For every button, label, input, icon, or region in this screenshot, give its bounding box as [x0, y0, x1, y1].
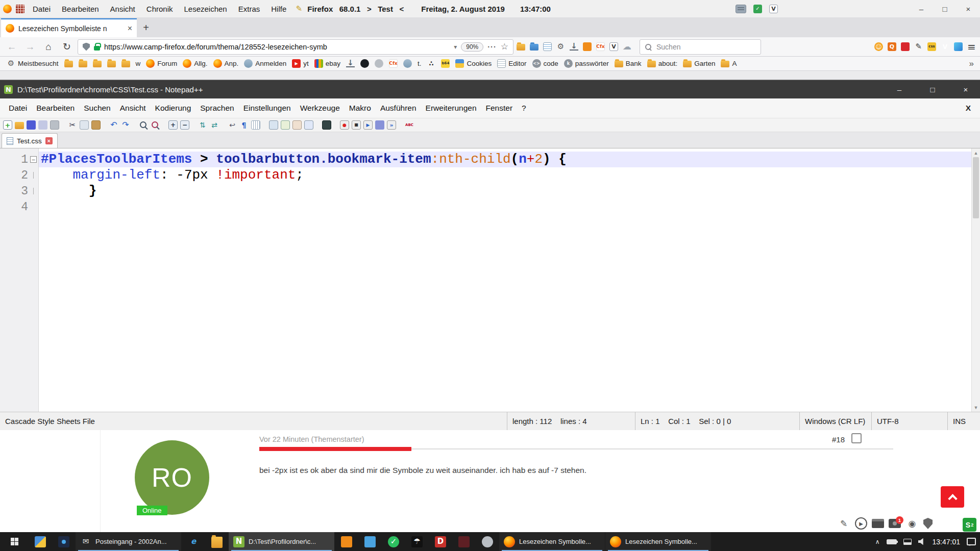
tab-close-icon[interactable]: ×	[128, 24, 132, 33]
code-line[interactable]	[39, 199, 980, 215]
bookmark-item[interactable]: Cookies	[453, 58, 494, 69]
taskbar-clock[interactable]: 13:47:01	[933, 538, 961, 546]
taskbar-maroon-app-icon[interactable]	[452, 532, 476, 551]
npp-menu-item-suchen[interactable]: Suchen	[79, 102, 115, 115]
indent-guide-icon[interactable]	[251, 120, 260, 130]
post-checkbox[interactable]	[851, 433, 862, 443]
function-list-icon[interactable]	[292, 120, 302, 130]
new-file-icon[interactable]: +	[3, 120, 12, 130]
menubar-item-lesezeichen[interactable]: Lesezeichen	[180, 4, 231, 14]
back-button[interactable]: ←	[4, 39, 19, 55]
code-line[interactable]: margin-left: -7px !important;	[39, 167, 980, 183]
word-wrap-icon[interactable]: ↩	[228, 120, 237, 130]
taskbar-umbrella-icon[interactable]: ☂	[405, 532, 429, 551]
editor-vertical-scrollbar[interactable]: ▲ ▼	[971, 148, 980, 412]
taskbar-task[interactable]: Lesezeichen Symbolle...	[605, 532, 711, 551]
redo-icon[interactable]: ↷	[121, 120, 130, 130]
fold-marker-icon[interactable]: –	[30, 156, 37, 163]
bookmark-item[interactable]	[76, 59, 90, 68]
firefox-icon[interactable]	[3, 5, 12, 13]
editor-area[interactable]: 1–234 #PlacesToolbarItems > toolbarbutto…	[0, 148, 980, 412]
statusbar-eol[interactable]: Windows (CR LF)	[799, 412, 871, 430]
new-tab-button[interactable]: +	[137, 18, 155, 37]
bookmark-item[interactable]: ⚙Meistbesucht	[4, 58, 61, 69]
bookmark-item[interactable]: <>code	[530, 58, 561, 69]
shield-overlay-icon[interactable]	[923, 518, 933, 529]
sync-h-icon[interactable]: ⇄	[210, 120, 219, 130]
volume-icon[interactable]	[918, 538, 926, 545]
download-arrow-icon[interactable]: ↓	[570, 43, 578, 51]
lock-icon[interactable]	[94, 46, 100, 51]
npp-close-button[interactable]: ×	[951, 80, 980, 98]
bookmark-item[interactable]	[401, 58, 414, 69]
bookmark-item[interactable]: ebay	[312, 58, 343, 69]
red-ext-icon[interactable]	[901, 42, 910, 51]
npp-menu-item-sprachen[interactable]: Sprachen	[195, 102, 238, 115]
paste-icon[interactable]	[91, 120, 101, 130]
bookmark-item[interactable]	[62, 59, 76, 68]
spell-check-icon[interactable]: ABC	[405, 120, 414, 130]
scrollbar-thumb[interactable]	[973, 157, 979, 218]
bookmark-item[interactable]: b64	[438, 58, 452, 69]
maximize-button[interactable]: □	[933, 0, 957, 17]
scroll-down-icon[interactable]: ▼	[972, 403, 980, 412]
brush-icon[interactable]: ✎	[837, 517, 850, 530]
taskbar-green-check-icon[interactable]: ✓	[382, 532, 405, 551]
npp-menu-item-makro[interactable]: Makro	[345, 102, 376, 115]
taskbar-blue-feather-icon[interactable]	[358, 532, 382, 551]
browser-tab[interactable]: Lesezeichen Symbolleiste n ×	[1, 18, 137, 37]
notepadpp-titlebar[interactable]: N D:\Test\Profilordner\chrome\CSS\Test.c…	[0, 80, 980, 98]
list-icon[interactable]	[543, 42, 552, 51]
bookmark-item[interactable]: ▶yt	[289, 58, 311, 69]
bookmark-star-icon[interactable]: ☆	[501, 41, 508, 52]
menu-icon[interactable]: ≡	[967, 42, 976, 51]
close-button[interactable]: ×	[957, 0, 980, 17]
bookmark-item[interactable]	[119, 59, 133, 68]
bookmark-item[interactable]: Cfx	[386, 58, 400, 69]
bookmark-item[interactable]: Anp.	[211, 58, 241, 69]
npp-menu-item-fenster[interactable]: Fenster	[481, 102, 518, 115]
play-circle-icon[interactable]: ▶	[855, 517, 867, 530]
taskbar-grey-app-icon[interactable]	[476, 532, 499, 551]
stop-macro-icon[interactable]: ■	[352, 120, 361, 130]
v-badge-icon[interactable]: V	[769, 5, 778, 13]
taskbar-app-media-icon[interactable]	[52, 532, 76, 551]
taskbar-task[interactable]: Lesezeichen Symbolle...	[499, 532, 605, 551]
find-icon[interactable]	[139, 120, 148, 130]
bookmark-item[interactable]: Anmelden	[241, 58, 289, 69]
orange-box-icon[interactable]	[583, 42, 592, 51]
npp-minimize-button[interactable]: –	[885, 80, 914, 98]
home-button[interactable]: ⌂	[41, 39, 56, 55]
npp-menu-item-datei[interactable]: Datei	[4, 102, 32, 115]
start-button[interactable]	[0, 532, 29, 551]
scroll-to-top-button[interactable]	[941, 486, 964, 508]
camera-icon[interactable]: 1	[889, 519, 901, 528]
npp-maximize-button[interactable]: □	[918, 80, 947, 98]
tray-chevron-icon[interactable]: ∧	[875, 538, 880, 545]
sync-v-icon[interactable]: ⇅	[198, 120, 207, 130]
taskbar-orange-app-icon[interactable]	[335, 532, 358, 551]
quill-icon[interactable]: ✎	[295, 5, 303, 13]
scroll-up-icon[interactable]: ▲	[972, 148, 980, 157]
reload-button[interactable]: ↻	[59, 39, 75, 55]
s2-green-icon[interactable]: S2	[963, 518, 976, 532]
undo-icon[interactable]: ↶	[109, 120, 118, 130]
eye-icon[interactable]: ◉	[905, 517, 919, 530]
monitor-icon[interactable]	[322, 120, 331, 130]
url-bar[interactable]: https://www.camp-firefox.de/forum/thema/…	[78, 39, 513, 55]
search-bar[interactable]	[640, 39, 761, 55]
zoom-out-icon[interactable]: −	[180, 120, 189, 130]
tracking-shield-icon[interactable]	[83, 43, 90, 51]
green-note-icon[interactable]: ✓	[753, 5, 762, 13]
menubar-item-ansicht[interactable]: Ansicht	[106, 4, 139, 14]
npp-menu-item-ansicht[interactable]: Ansicht	[115, 102, 151, 115]
network-icon[interactable]	[903, 539, 912, 545]
bookmark-item[interactable]	[90, 59, 104, 68]
doc-list-icon[interactable]	[281, 120, 290, 130]
doc-map-icon[interactable]	[269, 120, 278, 130]
document-tab[interactable]: Test.css ×	[2, 133, 58, 148]
bookmark-item[interactable]: Garten	[680, 59, 718, 68]
save-icon[interactable]	[27, 120, 36, 130]
taskbar-task[interactable]: ND:\Test\Profilordner\c...	[229, 532, 334, 551]
action-center-icon[interactable]	[967, 538, 976, 545]
